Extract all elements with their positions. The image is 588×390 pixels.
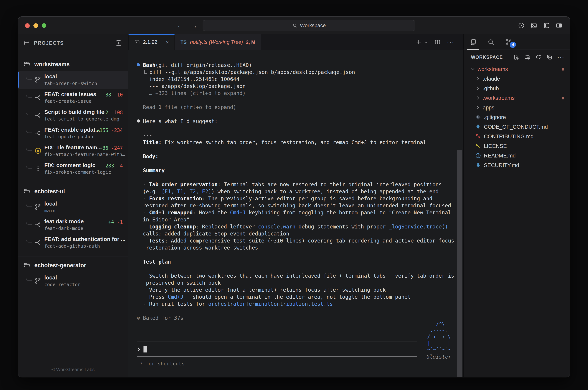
key-yellow-file-icon (475, 143, 481, 149)
chevron-right-icon[interactable] (475, 95, 481, 101)
file-tree-row-apps[interactable]: apps (463, 103, 570, 112)
worktree-item[interactable]: localcode-refactor (18, 272, 128, 290)
ascii-art-caption: Gloister (426, 354, 451, 360)
file-tree-row-.workstreams[interactable]: .workstreams (463, 93, 570, 103)
refresh-icon[interactable] (535, 54, 542, 60)
split-editor-icon[interactable] (434, 39, 441, 45)
output-branch-icon (144, 70, 147, 74)
new-tab-button[interactable] (416, 39, 422, 45)
file-tree-row-README.md[interactable]: README.md (463, 151, 570, 160)
file-name: apps (483, 105, 494, 111)
file-tree-row-.gitignore[interactable]: .gitignore (463, 112, 570, 122)
merge-arrow-icon (34, 129, 42, 137)
editor-tabbar: 2.1.92 × TS notify.ts (Working Tree) 2, … (128, 34, 463, 50)
add-project-button[interactable] (115, 39, 123, 47)
terminal-line: --- (137, 132, 452, 139)
worktree-branch: tab-order-on-switch (44, 81, 123, 86)
search-icon (487, 38, 495, 46)
zoom-window-button[interactable] (42, 23, 46, 28)
terminal-scrollbar[interactable] (457, 50, 462, 377)
toggle-left-panel-icon[interactable] (543, 22, 550, 29)
worktree-item[interactable]: localmain (18, 198, 128, 216)
terminal-line: Body: (137, 153, 452, 160)
chevron-right-icon[interactable] (475, 105, 481, 110)
forward-button[interactable]: → (190, 21, 198, 30)
lines-added: +155 (97, 128, 108, 133)
worktree-item[interactable]: FEAT: enable updat...feat-update-pusher+… (18, 124, 128, 142)
projects-icon (24, 40, 30, 46)
chevron-down-icon[interactable] (470, 66, 475, 72)
project-section: echotest-generatorlocalcode-refactor (18, 256, 128, 291)
source-control-tab[interactable]: 4 (505, 38, 512, 46)
file-tree-row-.github[interactable]: .github (463, 84, 570, 93)
git-branch-icon (34, 203, 42, 211)
titlebar: ← → Workspace (18, 17, 570, 34)
file-tree-row-workstreams[interactable]: workstreams (463, 64, 570, 74)
back-button[interactable]: ← (176, 21, 184, 30)
project-folder-workstreams[interactable]: workstreams (18, 58, 128, 71)
collapse-all-icon[interactable] (546, 54, 552, 60)
workspace-search[interactable]: Workspace (203, 20, 415, 31)
tab-label: 2.1.92 (143, 39, 157, 45)
more-actions-icon[interactable]: ··· (557, 54, 564, 61)
git-branch-icon (34, 277, 42, 285)
close-window-button[interactable] (25, 23, 30, 28)
new-folder-icon[interactable] (524, 54, 530, 60)
worktree-item[interactable]: FEAT: create issuesfeat-create-issue+88-… (18, 89, 128, 106)
worktree-item[interactable]: Script to build dmg filefeat-script-to-g… (18, 106, 128, 124)
terminal-line: - Switch between two worktrees that each… (137, 272, 452, 280)
worktree-item[interactable]: FEAT: add authentication for ...feat-add… (18, 234, 128, 251)
files-icon (469, 38, 477, 46)
file-tree-row-CODE_OF_CONDUCT.md[interactable]: CODE_OF_CONDUCT.md (463, 122, 570, 132)
project-folder-echotest-ui[interactable]: echotest-ui (18, 185, 128, 198)
file-tree-row-SECURITY.md[interactable]: SECURITY.md (463, 160, 570, 170)
file-name: workstreams (478, 66, 508, 72)
new-tab-chevron-icon[interactable] (424, 40, 428, 44)
worktree-item[interactable]: feat dark modefeat-dark-mode+4-1 (18, 216, 128, 234)
worktree-branch: main (44, 208, 123, 213)
terminal-line (137, 97, 452, 104)
chevron-right-icon[interactable] (475, 76, 481, 82)
project-name: echotest-ui (34, 188, 65, 195)
minimize-window-button[interactable] (33, 23, 38, 28)
tree-connector-elbow (26, 93, 32, 98)
project-folder-echotest-generator[interactable]: echotest-generator (18, 259, 128, 272)
project-section: workstreamslocaltab-order-on-switchFEAT:… (18, 58, 128, 179)
terminal-prompt[interactable] (137, 342, 417, 356)
prompt-divider-bottom (137, 356, 417, 357)
file-tree-row-.claude[interactable]: .claude (463, 74, 570, 84)
more-actions-icon[interactable]: ··· (447, 39, 454, 46)
worktree-item[interactable]: localtab-order-on-switch (18, 71, 128, 89)
git-branch-icon (34, 76, 42, 84)
worktree-list: localmainfeat dark modefeat-dark-mode+4-… (18, 198, 128, 252)
worktree-text: localtab-order-on-switch (44, 73, 123, 86)
projects-sidebar: PROJECTS workstreamslocaltab-order-on-sw… (18, 34, 128, 377)
lines-added: +4 (108, 219, 114, 225)
file-tree-row-LICENSE[interactable]: LICENSE (463, 141, 570, 151)
terminal-line: … +323 lines (ctrl+o to expand) (137, 90, 452, 97)
lines-removed: -4 (117, 163, 123, 169)
close-tab-icon[interactable]: × (166, 39, 169, 45)
tab-terminal[interactable]: 2.1.92 × (128, 34, 175, 50)
terminal-icon[interactable] (530, 22, 537, 29)
worktree-item[interactable]: FIX: comment logicfix-broken-comment-log… (18, 160, 128, 177)
worktree-branch: fix-attach-feature-name-with… (44, 152, 123, 157)
terminal-pane[interactable]: Bash(git diff origin/release..HEAD) diff… (128, 50, 463, 377)
search-tab[interactable] (487, 38, 495, 46)
prompt-chevron-icon (136, 347, 140, 351)
record-icon[interactable] (518, 22, 525, 29)
worktree-item[interactable]: FIX: Tie feature nam...fix-attach-featur… (18, 142, 128, 160)
terminal-line: Summary (137, 167, 452, 174)
toggle-right-panel-icon[interactable] (555, 22, 562, 29)
file-tree-row-CONTRIBUTING.md[interactable]: CONTRIBUTING.md (463, 132, 570, 141)
modified-indicator-dot (562, 68, 564, 71)
tab-notify-ts[interactable]: TS notify.ts (Working Tree) 2, M (175, 34, 261, 50)
terminal-line: Read 1 file (ctrl+o to expand) (137, 104, 452, 111)
explorer-tab[interactable] (469, 38, 477, 46)
scrollbar-thumb[interactable] (457, 150, 462, 377)
diff-stats: +36-247 (100, 145, 123, 151)
new-file-icon[interactable] (513, 54, 519, 60)
info-file-icon (475, 152, 481, 159)
chevron-right-icon[interactable] (475, 86, 481, 91)
terminal-line: in Editor Area" (137, 216, 452, 223)
